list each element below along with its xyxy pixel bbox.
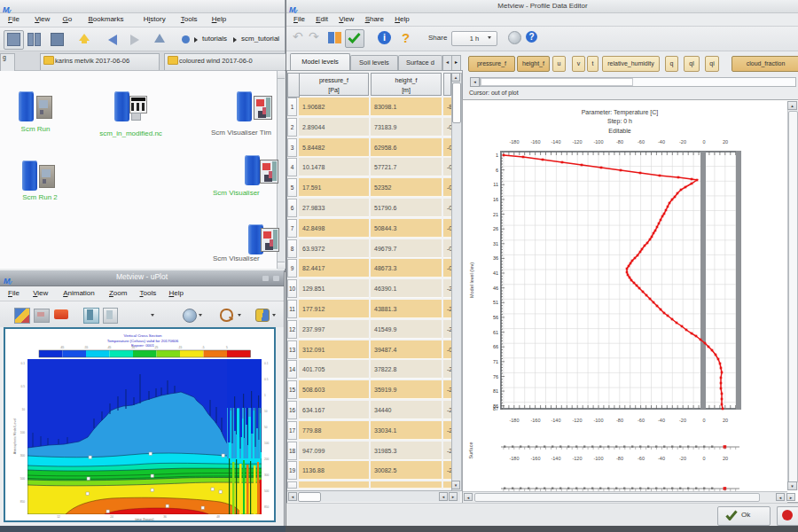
svg-text:51: 51 [493, 300, 498, 305]
svg-text:6: 6 [496, 168, 498, 173]
svg-text:-160: -160 [530, 418, 540, 423]
svg-text:-80: -80 [616, 139, 623, 145]
svg-text:-20: -20 [679, 456, 686, 461]
svg-text:-160: -160 [530, 139, 540, 145]
svg-text:20: 20 [723, 456, 728, 461]
svg-text:1: 1 [264, 394, 266, 397]
svg-text:-60: -60 [638, 456, 645, 461]
svg-text:-160: -160 [530, 456, 540, 461]
svg-text:0: 0 [702, 139, 705, 145]
svg-text:24: 24 [110, 515, 113, 519]
svg-text:-120: -120 [572, 139, 582, 145]
svg-text:-55: -55 [84, 346, 89, 349]
svg-text:12: 12 [57, 515, 60, 519]
svg-text:10: 10 [264, 410, 268, 413]
svg-text:20: 20 [723, 139, 728, 145]
svg-text:-80: -80 [616, 456, 623, 461]
svg-text:-40: -40 [658, 139, 665, 145]
svg-text:48: 48 [216, 515, 220, 519]
svg-text:0.5: 0.5 [264, 378, 269, 381]
svg-text:46: 46 [493, 286, 498, 291]
svg-text:31: 31 [493, 241, 498, 246]
svg-text:-100: -100 [593, 139, 603, 145]
svg-text:76: 76 [493, 374, 498, 379]
svg-text:1: 1 [496, 153, 498, 158]
svg-text:36: 36 [163, 515, 167, 519]
svg-text:36: 36 [493, 255, 498, 261]
svg-text:10: 10 [21, 408, 25, 411]
svg-text:-180: -180 [509, 456, 519, 461]
svg-text:56: 56 [493, 315, 498, 320]
svg-text:time (hours): time (hours) [135, 517, 154, 521]
svg-text:Step: 0 h: Step: 0 h [607, 118, 632, 125]
svg-text:0: 0 [702, 418, 705, 423]
svg-text:Parameter: Temperature [C]: Parameter: Temperature [C] [582, 109, 659, 116]
svg-text:v: v [8, 278, 12, 286]
svg-text:Atmospheric Model Level: Atmospheric Model Level [13, 419, 17, 455]
svg-text:500: 500 [20, 477, 26, 481]
svg-text:-40: -40 [658, 456, 665, 461]
svg-text:0.1: 0.1 [264, 362, 269, 365]
svg-text:26: 26 [493, 226, 498, 231]
svg-text:20: 20 [723, 418, 728, 423]
svg-text:-100: -100 [593, 456, 603, 461]
svg-text:-100: -100 [593, 418, 603, 423]
svg-text:Editable: Editable [608, 128, 630, 134]
svg-text:Model level (lev): Model level (lev) [469, 262, 474, 298]
svg-text:0: 0 [702, 456, 705, 461]
svg-text:-45: -45 [107, 346, 112, 349]
svg-text:-140: -140 [551, 139, 560, 145]
svg-text:100: 100 [264, 442, 270, 445]
svg-text:300: 300 [20, 454, 26, 458]
svg-text:-120: -120 [572, 456, 582, 461]
svg-text:87: 87 [493, 406, 498, 411]
svg-text:300: 300 [264, 473, 270, 477]
svg-text:-15: -15 [178, 346, 183, 349]
svg-text:41: 41 [493, 270, 498, 276]
svg-text:Surface: Surface [468, 442, 473, 459]
svg-text:21: 21 [493, 212, 498, 217]
svg-text:66: 66 [493, 344, 498, 349]
svg-text:0.1: 0.1 [21, 362, 26, 365]
svg-text:71: 71 [493, 359, 498, 364]
svg-text:16: 16 [493, 197, 498, 202]
svg-text:500: 500 [264, 489, 270, 493]
svg-text:-140: -140 [551, 418, 560, 423]
svg-text:100: 100 [20, 431, 26, 434]
svg-text:850: 850 [264, 505, 270, 509]
svg-text:-80: -80 [616, 418, 623, 423]
svg-text:50: 50 [264, 426, 268, 429]
svg-text:-120: -120 [572, 418, 582, 423]
svg-text:81: 81 [493, 388, 498, 394]
svg-text:0.5: 0.5 [21, 385, 26, 388]
svg-text:Temperature (Celsius) valid fo: Temperature (Celsius) valid for 20170606 [107, 339, 179, 343]
svg-text:-60: -60 [638, 139, 645, 145]
svg-text:v: v [7, 7, 12, 14]
svg-text:-180: -180 [509, 418, 519, 423]
svg-text:200: 200 [264, 458, 270, 461]
svg-text:-180: -180 [509, 139, 519, 145]
svg-text:-40: -40 [658, 418, 665, 423]
svg-text:v: v [293, 7, 298, 14]
svg-text:-25: -25 [154, 346, 159, 349]
svg-text:5: 5 [226, 346, 228, 349]
svg-text:850: 850 [20, 500, 26, 504]
svg-text:-35: -35 [131, 346, 136, 349]
svg-text:11: 11 [493, 182, 498, 187]
svg-text:-140: -140 [551, 456, 560, 461]
svg-text:-20: -20 [679, 418, 686, 423]
svg-text:61: 61 [493, 330, 498, 335]
svg-text:-65: -65 [60, 346, 65, 349]
svg-text:-60: -60 [638, 418, 645, 423]
svg-text:-20: -20 [679, 139, 686, 145]
svg-text:-5: -5 [202, 346, 205, 349]
svg-text:Vertical Cross Section: Vertical Cross Section [124, 333, 163, 338]
